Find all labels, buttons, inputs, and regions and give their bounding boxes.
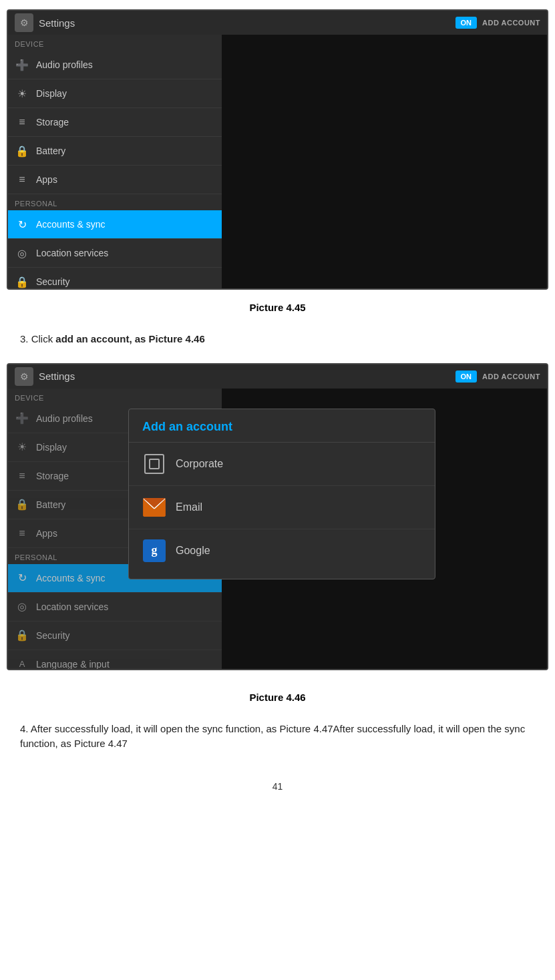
dialog-item-email[interactable]: Email bbox=[129, 486, 435, 529]
instruction-4: 4. After successfully load, it will open… bbox=[0, 722, 555, 768]
add-account-button-1[interactable]: ADD ACCOUNT bbox=[482, 19, 540, 27]
sidebar-item-accounts[interactable]: ↻ Accounts & sync bbox=[8, 210, 222, 239]
battery-icon: 🔒 bbox=[15, 144, 29, 158]
dialog-item-google[interactable]: g Google bbox=[129, 529, 435, 572]
sidebar-audio-label: Audio profiles bbox=[36, 59, 93, 70]
email-label: Email bbox=[176, 501, 202, 513]
toggle-on-2[interactable]: ON bbox=[455, 371, 478, 383]
screen-content-2: DEVICE ➕ Audio profiles ☀ Display ≡ Stor… bbox=[8, 389, 547, 669]
sidebar-accounts-label: Accounts & sync bbox=[36, 219, 106, 230]
sidebar-item-display[interactable]: ☀ Display bbox=[8, 79, 222, 108]
display-icon: ☀ bbox=[15, 86, 29, 101]
sidebar-security-label: Security bbox=[36, 276, 70, 287]
add-account-button-2[interactable]: ADD ACCOUNT bbox=[482, 373, 540, 381]
instruction-number-3: 3. bbox=[20, 333, 29, 344]
device-label-1: DEVICE bbox=[8, 35, 222, 51]
sidebar-item-battery[interactable]: 🔒 Battery bbox=[8, 137, 222, 166]
add-account-dialog: Add an account Corporate bbox=[128, 409, 435, 579]
apps-icon: ≡ bbox=[15, 172, 29, 187]
android-screen-2: ⚙ Settings ON ADD ACCOUNT DEVICE ➕ Audio… bbox=[7, 363, 548, 670]
corporate-label: Corporate bbox=[176, 458, 223, 470]
page-number: 41 bbox=[0, 768, 555, 798]
screen-content-1: DEVICE ➕ Audio profiles ☀ Display ≡ Stor… bbox=[8, 35, 547, 288]
android-screen-1: ⚙ Settings ON ADD ACCOUNT DEVICE ➕ Audio… bbox=[7, 9, 548, 290]
instruction-3: 3. Click add an account, as Picture 4.46 bbox=[0, 332, 555, 363]
sidebar2-location[interactable]: ◎ Location services bbox=[8, 593, 222, 622]
sidebar-item-audio[interactable]: ➕ Audio profiles bbox=[8, 51, 222, 79]
top-bar-title-2: Settings bbox=[39, 371, 455, 382]
dialog-title: Add an account bbox=[129, 409, 435, 443]
security-icon: 🔒 bbox=[15, 274, 29, 289]
sidebar-location-label: Location services bbox=[36, 248, 108, 258]
google-label: Google bbox=[176, 545, 210, 557]
storage-icon: ≡ bbox=[15, 115, 29, 130]
sidebar-storage-label: Storage bbox=[36, 117, 69, 128]
svg-line-2 bbox=[154, 498, 166, 509]
corporate-icon bbox=[142, 452, 166, 476]
personal-label-1: PERSONAL bbox=[8, 194, 222, 210]
dialog-item-corporate[interactable]: Corporate bbox=[129, 443, 435, 486]
top-bar-1: ⚙ Settings ON ADD ACCOUNT bbox=[8, 11, 547, 35]
sidebar2-security[interactable]: 🔒 Security bbox=[8, 622, 222, 650]
sidebar-1: DEVICE ➕ Audio profiles ☀ Display ≡ Stor… bbox=[8, 35, 222, 288]
email-icon bbox=[142, 495, 166, 519]
right-panel-1 bbox=[222, 35, 547, 288]
google-icon: g bbox=[142, 539, 166, 563]
sidebar-item-security[interactable]: 🔒 Security bbox=[8, 268, 222, 290]
instruction-text-4: 4. After successfully load, it will open… bbox=[20, 723, 333, 734]
sidebar-apps-label: Apps bbox=[36, 174, 57, 185]
accounts-icon: ↻ bbox=[15, 217, 29, 232]
settings-icon: ⚙ bbox=[15, 13, 33, 32]
svg-line-1 bbox=[143, 498, 154, 509]
toggle-on-1[interactable]: ON bbox=[455, 17, 478, 29]
instruction-bold-3: add an account, as Picture 4.46 bbox=[55, 333, 204, 344]
sidebar-item-storage[interactable]: ≡ Storage bbox=[8, 108, 222, 137]
settings-icon-2: ⚙ bbox=[15, 367, 33, 386]
sidebar2-language[interactable]: A Language & input bbox=[8, 650, 222, 670]
sidebar-item-apps[interactable]: ≡ Apps bbox=[8, 166, 222, 194]
location-icon: ◎ bbox=[15, 246, 29, 260]
top-bar-2: ⚙ Settings ON ADD ACCOUNT bbox=[8, 364, 547, 389]
svg-rect-0 bbox=[143, 498, 166, 517]
caption-2: Picture 4.46 bbox=[0, 680, 555, 722]
sidebar-battery-label: Battery bbox=[36, 146, 65, 156]
instruction-text-3: Click bbox=[31, 333, 56, 344]
sidebar-display-label: Display bbox=[36, 88, 67, 99]
sidebar-item-location[interactable]: ◎ Location services bbox=[8, 239, 222, 268]
audio-icon: ➕ bbox=[15, 57, 29, 72]
caption-1: Picture 4.45 bbox=[0, 290, 555, 332]
top-bar-title-1: Settings bbox=[39, 17, 455, 29]
device-label-2: DEVICE bbox=[8, 389, 222, 405]
